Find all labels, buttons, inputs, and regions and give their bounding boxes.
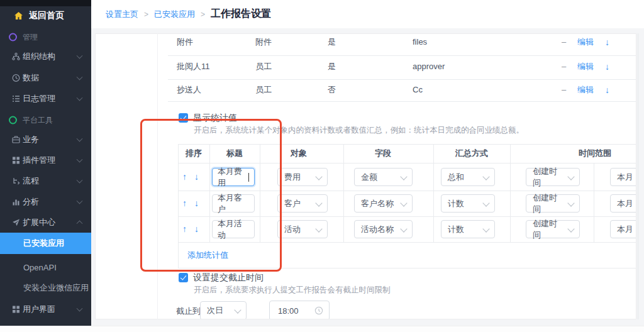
chevron-down-icon — [400, 173, 407, 180]
sidebar-item-installed-apps[interactable]: 已安装应用 — [0, 233, 91, 254]
sidebar-home[interactable]: 返回首页 — [0, 8, 91, 24]
field-type: 附件 — [255, 37, 272, 47]
chevron-down-icon — [77, 136, 83, 142]
sidebar-item-plugin[interactable]: 插件管理 — [0, 152, 91, 169]
field-extra: – — [562, 37, 566, 47]
sidebar-item-expand-center[interactable]: 扩展中心 — [0, 214, 91, 231]
breadcrumb-link-installed-apps[interactable]: 已安装应用 — [154, 9, 195, 20]
chevron-down-icon — [77, 95, 83, 101]
grid-line — [178, 191, 636, 191]
breadcrumb-separator: > — [144, 10, 148, 19]
grid-line — [209, 144, 210, 242]
deadline-time-input[interactable]: 18:00 — [269, 301, 330, 319]
window-bottom-strip — [0, 326, 644, 332]
title-input-value: 本月客户 — [218, 192, 249, 215]
sidebar-item-log[interactable]: 日志管理 — [0, 91, 91, 107]
time-field-select[interactable]: 创建时间 — [526, 168, 580, 186]
grid-line — [260, 144, 260, 242]
move-down-icon[interactable]: ↓ — [605, 62, 609, 72]
content-divider — [157, 33, 158, 319]
title-input-value: 本月费用 — [218, 166, 248, 189]
field-select[interactable]: 金额 — [354, 168, 413, 186]
sort-down-icon[interactable]: ↓ — [194, 224, 199, 234]
chevron-down-icon — [482, 199, 489, 206]
chevron-down-icon — [77, 157, 83, 163]
sidebar-item-analysis[interactable]: 分析 — [0, 194, 91, 210]
field-type: 员工 — [255, 62, 272, 72]
object-select[interactable]: 客户 — [277, 194, 328, 213]
sidebar-section-admin: 管理 — [0, 29, 91, 45]
time-field-select[interactable]: 创建时间 — [526, 220, 580, 238]
grid-line — [178, 216, 636, 217]
scrollbar-track[interactable] — [637, 33, 639, 319]
title-input[interactable]: 本月客户 — [212, 194, 255, 213]
sidebar-item-business[interactable]: 业务 — [0, 131, 91, 148]
time-field-select[interactable]: 创建时间 — [526, 194, 580, 213]
chevron-up-icon — [77, 220, 83, 226]
log-list-icon — [12, 95, 20, 103]
object-select[interactable]: 活动 — [277, 220, 328, 238]
edit-link[interactable]: 编辑 — [577, 85, 594, 95]
data-clock-icon — [12, 74, 20, 82]
header-title: 标题 — [226, 148, 243, 158]
sort-up-icon[interactable]: ↑ — [182, 224, 187, 234]
field-name: 抄送人 — [177, 85, 201, 95]
chevron-down-icon — [77, 177, 83, 184]
field-select[interactable]: 活动名称 — [354, 220, 413, 238]
field-extra: – — [562, 62, 566, 72]
method-select[interactable]: 计数 — [441, 194, 495, 213]
move-down-icon[interactable]: ↓ — [605, 85, 609, 95]
method-select[interactable]: 总和 — [441, 168, 495, 186]
grid-line — [433, 144, 434, 242]
edit-link[interactable]: 编辑 — [577, 37, 594, 47]
title-input[interactable]: 本月活动 — [212, 220, 255, 238]
chevron-down-icon — [400, 199, 407, 206]
row-divider — [168, 55, 636, 56]
header-object: 对象 — [291, 148, 307, 158]
add-stat-link[interactable]: 添加统计值 — [187, 250, 228, 260]
grid-line — [594, 163, 594, 242]
sidebar-item-org[interactable]: 组织结构 — [0, 48, 91, 65]
briefcase-icon — [12, 136, 20, 144]
sort-up-icon[interactable]: ↑ — [182, 198, 187, 208]
title-input[interactable]: 本月费用 — [212, 168, 255, 186]
chevron-down-icon — [567, 173, 574, 180]
sidebar-item-data[interactable]: 数据 — [0, 70, 91, 86]
deadline-label: 设置提交截止时间 — [193, 272, 264, 282]
time-range-select[interactable]: 本月 — [610, 220, 636, 238]
chevron-down-icon — [77, 53, 83, 59]
breadcrumb: 设置主页 > 已安装应用 > 工作报告设置 — [106, 0, 271, 28]
time-range-select[interactable]: 本月 — [610, 194, 636, 213]
page-title: 工作报告设置 — [211, 8, 271, 21]
chevron-down-icon — [315, 173, 322, 180]
deadline-checkbox[interactable] — [179, 273, 188, 282]
sort-down-icon[interactable]: ↓ — [194, 172, 199, 182]
method-select[interactable]: 计数 — [441, 220, 495, 238]
grid-line — [178, 144, 636, 145]
deadline-day-select[interactable]: 次日 — [200, 301, 247, 319]
object-select[interactable]: 费用 — [277, 168, 328, 186]
header-time-range: 时间范围 — [579, 148, 611, 158]
admin-circle-icon — [9, 33, 17, 42]
move-down-icon[interactable]: ↓ — [605, 37, 609, 47]
sidebar-item-openapi[interactable]: OpenAPI — [0, 259, 91, 275]
field-required: 是 — [328, 37, 336, 47]
sort-up-icon[interactable]: ↑ — [182, 172, 187, 182]
chevron-down-icon — [567, 199, 574, 206]
sort-down-icon[interactable]: ↓ — [194, 198, 199, 208]
header-field: 字段 — [375, 148, 391, 158]
field-select[interactable]: 客户名称 — [354, 194, 413, 213]
grid-line — [178, 242, 636, 243]
sidebar-item-install-wechat[interactable]: 安装企业微信应用 — [0, 280, 91, 296]
breadcrumb-separator: > — [201, 10, 205, 19]
time-range-select[interactable]: 本月 — [610, 168, 636, 186]
sidebar-item-ui[interactable]: 用户界面 — [0, 301, 91, 318]
show-stats-checkbox[interactable] — [179, 113, 188, 123]
sidebar-item-flow[interactable]: 流程 — [0, 173, 91, 189]
chevron-down-icon — [482, 225, 489, 232]
field-name: 批阅人11 — [177, 62, 210, 72]
edit-link[interactable]: 编辑 — [577, 62, 594, 72]
org-structure-icon — [12, 53, 20, 61]
field-extra: – — [562, 85, 566, 95]
breadcrumb-link-settings-home[interactable]: 设置主页 — [106, 9, 138, 20]
